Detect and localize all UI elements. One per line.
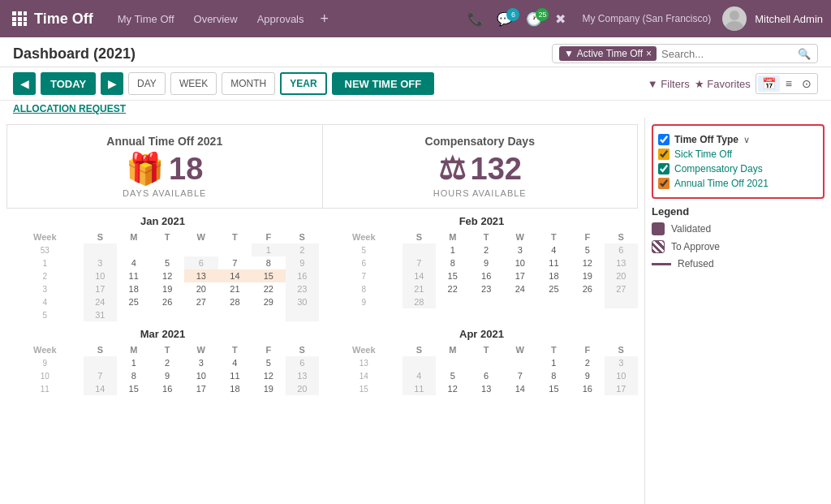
new-time-off-button[interactable]: NEW TIME OFF — [332, 72, 435, 95]
calendar-day[interactable]: 9 — [150, 369, 183, 382]
calendar-day[interactable]: 26 — [571, 282, 604, 295]
prev-button[interactable]: ◀ — [13, 72, 36, 95]
calendar-day[interactable]: 8 — [537, 369, 571, 382]
annual-time-off-checkbox[interactable] — [658, 178, 670, 189]
nav-approvals[interactable]: Approvals — [249, 13, 312, 25]
calendar-day[interactable]: 3 — [605, 356, 638, 369]
calendar-day[interactable]: 1 — [252, 243, 285, 256]
calendar-day[interactable]: 25 — [117, 295, 150, 308]
calendar-day[interactable]: 26 — [150, 295, 183, 308]
calendar-day[interactable]: 17 — [605, 382, 638, 395]
calendar-day[interactable]: 21 — [218, 282, 252, 295]
calendar-day[interactable]: 16 — [150, 382, 183, 395]
calendar-day[interactable]: 22 — [252, 282, 285, 295]
allocation-request-link[interactable]: ALLOCATION REQUEST — [13, 103, 126, 114]
calendar-day[interactable]: 4 — [117, 256, 150, 269]
phone-icon[interactable]: 📞 — [463, 11, 489, 27]
sick-time-off-checkbox[interactable] — [658, 149, 670, 160]
view-week-button[interactable]: WEEK — [170, 72, 217, 95]
calendar-day[interactable]: 7 — [84, 369, 117, 382]
calendar-day[interactable]: 24 — [84, 295, 117, 308]
calendar-day[interactable]: 8 — [252, 256, 285, 269]
settings-icon[interactable]: ✖ — [550, 11, 571, 27]
calendar-day[interactable]: 8 — [117, 369, 150, 382]
calendar-day[interactable]: 10 — [503, 256, 537, 269]
calendar-day[interactable]: 6 — [286, 356, 319, 369]
calendar-day[interactable]: 5 — [252, 356, 285, 369]
calendar-day[interactable]: 18 — [537, 269, 571, 282]
today-button[interactable]: TODAY — [41, 72, 96, 95]
nav-my-time-off[interactable]: My Time Off — [110, 13, 183, 25]
calendar-day[interactable]: 3 — [503, 243, 537, 256]
calendar-day[interactable]: 11 — [117, 269, 150, 282]
calendar-day[interactable]: 2 — [150, 356, 183, 369]
activity-icon[interactable]: 🕐25 — [521, 11, 547, 27]
calendar-day[interactable]: 15 — [537, 382, 571, 395]
calendar-day[interactable]: 13 — [605, 256, 638, 269]
add-menu-icon[interactable]: + — [316, 11, 334, 28]
time-off-type-header[interactable]: Time Off Type ∨ — [658, 134, 818, 145]
calendar-day[interactable]: 5 — [436, 369, 469, 382]
calendar-day[interactable]: 12 — [436, 382, 469, 395]
calendar-day[interactable]: 6 — [184, 256, 218, 269]
calendar-day[interactable]: 1 — [436, 243, 469, 256]
calendar-day[interactable]: 9 — [469, 256, 502, 269]
calendar-day[interactable]: 5 — [571, 243, 604, 256]
apps-menu-icon[interactable] — [8, 7, 31, 30]
calendar-day[interactable]: 17 — [503, 269, 537, 282]
filters-button[interactable]: ▼ Filters — [648, 78, 690, 90]
calendar-day[interactable]: 19 — [150, 282, 183, 295]
calendar-day[interactable]: 14 — [503, 382, 537, 395]
calendar-day[interactable]: 13 — [286, 369, 319, 382]
calendar-day[interactable]: 27 — [184, 295, 218, 308]
calendar-day[interactable]: 6 — [469, 369, 502, 382]
view-year-button[interactable]: YEAR — [280, 72, 326, 95]
calendar-day[interactable]: 23 — [469, 282, 502, 295]
calendar-day[interactable]: 13 — [184, 269, 218, 282]
calendar-day[interactable]: 12 — [571, 256, 604, 269]
view-month-button[interactable]: MONTH — [222, 72, 275, 95]
calendar-day[interactable]: 7 — [403, 256, 436, 269]
compensatory-days-checkbox[interactable] — [658, 163, 670, 174]
calendar-day[interactable]: 1 — [537, 356, 571, 369]
calendar-day[interactable]: 12 — [252, 369, 285, 382]
calendar-day[interactable]: 10 — [605, 369, 638, 382]
search-input[interactable] — [661, 48, 798, 60]
calendar-day[interactable]: 10 — [184, 369, 218, 382]
sick-time-off-filter[interactable]: Sick Time Off — [658, 149, 818, 160]
calendar-day[interactable]: 4 — [218, 356, 252, 369]
active-filter-tag[interactable]: ▼ Active Time Off × — [559, 46, 657, 61]
calendar-day[interactable]: 5 — [150, 256, 183, 269]
next-button[interactable]: ▶ — [101, 72, 123, 95]
calendar-day[interactable]: 19 — [252, 382, 285, 395]
calendar-day[interactable]: 29 — [252, 295, 285, 308]
list-view-icon[interactable]: ≡ — [781, 75, 796, 92]
favorites-button[interactable]: ★ Favorites — [695, 78, 751, 90]
calendar-day[interactable]: 14 — [84, 382, 117, 395]
calendar-day[interactable]: 4 — [403, 369, 436, 382]
calendar-day[interactable]: 28 — [218, 295, 252, 308]
calendar-day[interactable]: 8 — [436, 256, 469, 269]
calendar-day[interactable]: 23 — [286, 282, 319, 295]
compensatory-days-filter[interactable]: Compensatory Days — [658, 163, 818, 174]
calendar-day[interactable]: 25 — [537, 282, 571, 295]
calendar-day[interactable]: 17 — [184, 382, 218, 395]
calendar-day[interactable]: 9 — [571, 369, 604, 382]
calendar-day[interactable]: 16 — [571, 382, 604, 395]
calendar-day[interactable]: 18 — [117, 282, 150, 295]
chat-icon[interactable]: 💬6 — [492, 11, 518, 27]
annual-time-off-filter[interactable]: Annual Time Off 2021 — [658, 178, 818, 189]
calendar-day[interactable]: 16 — [286, 269, 319, 282]
calendar-day[interactable]: 21 — [403, 282, 436, 295]
nav-overview[interactable]: Overview — [186, 13, 246, 25]
username[interactable]: Mitchell Admin — [755, 13, 823, 25]
calendar-day[interactable]: 11 — [537, 256, 571, 269]
calendar-day[interactable]: 6 — [605, 243, 638, 256]
calendar-day[interactable]: 2 — [286, 243, 319, 256]
calendar-day[interactable]: 1 — [117, 356, 150, 369]
calendar-day[interactable]: 15 — [252, 269, 285, 282]
calendar-day[interactable]: 15 — [436, 269, 469, 282]
calendar-day[interactable]: 24 — [503, 282, 537, 295]
calendar-day[interactable]: 14 — [403, 269, 436, 282]
calendar-day[interactable]: 2 — [571, 356, 604, 369]
